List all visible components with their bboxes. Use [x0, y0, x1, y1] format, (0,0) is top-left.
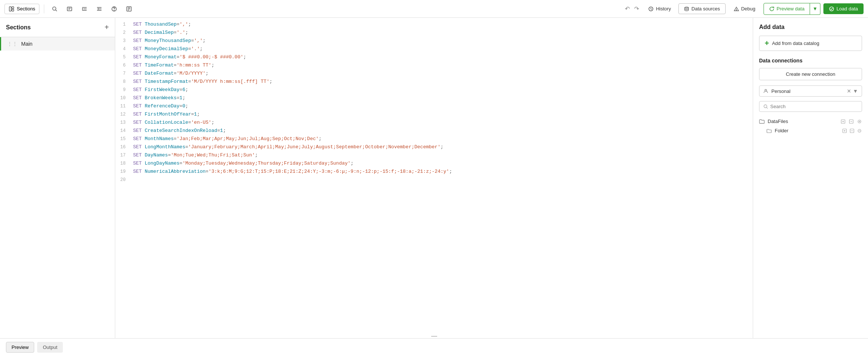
sections-add-button[interactable]: +	[104, 23, 109, 32]
code-line: 1 SET ThousandSep=',';	[115, 21, 753, 29]
svg-point-23	[736, 10, 736, 10]
code-line: 8 SET TimestampFormat='M/D/YYYY h:mm:ss[…	[115, 78, 753, 86]
debug-icon	[734, 6, 739, 12]
preview-data-button[interactable]: Preview data	[764, 3, 810, 15]
code-line: 3 SET MoneyThousandSep=',';	[115, 37, 753, 45]
code-line: 9 SET FirstWeekDay=6;	[115, 86, 753, 94]
add-from-catalog-button[interactable]: + Add from data catalog	[759, 36, 862, 51]
comment-icon	[67, 6, 72, 12]
right-panel-content: Add data + Add from data catalog Data co…	[753, 18, 868, 338]
code-line: 11 SET ReferenceDay=0;	[115, 103, 753, 111]
help-button[interactable]	[108, 3, 120, 15]
snippet-icon	[126, 6, 132, 12]
datafiles-folder: DataFiles	[759, 116, 862, 126]
data-sources-icon	[684, 6, 689, 12]
snippet-button[interactable]	[123, 3, 135, 15]
subfolder-label: Folder	[775, 128, 788, 133]
connection-close-button[interactable]: ✕	[847, 88, 851, 94]
data-sources-button[interactable]: Data sources	[678, 3, 726, 14]
load-data-button[interactable]: Load data	[823, 3, 864, 14]
history-label: History	[656, 6, 671, 12]
search-box	[759, 101, 862, 112]
add-catalog-label: Add from data catalog	[772, 41, 819, 46]
sub-action-2-icon[interactable]	[849, 128, 855, 133]
drag-handle-icon: ⋮⋮	[7, 41, 17, 47]
code-line: 13 SET CollationLocale='en-US';	[115, 119, 753, 127]
outdent-icon	[96, 6, 102, 12]
folder-action-2-icon[interactable]	[849, 119, 854, 124]
redo-button[interactable]: ↷	[633, 4, 640, 14]
code-line: 7 SET DateFormat='M/D/YYYY';	[115, 70, 753, 78]
connection-expand-button[interactable]: ▼	[853, 88, 858, 94]
add-data-title: Add data	[759, 24, 862, 30]
outdent-button[interactable]	[93, 3, 105, 15]
create-new-connection-button[interactable]: Create new connection	[759, 68, 862, 80]
refresh-icon	[769, 6, 774, 12]
preview-data-group: Preview data ▼	[764, 3, 820, 15]
svg-point-15	[114, 10, 114, 10]
history-icon	[648, 6, 654, 12]
connection-name: Personal	[771, 88, 844, 94]
code-line: 20	[115, 176, 753, 184]
svg-line-4	[55, 10, 57, 11]
code-line: 5 SET MoneyFormat='$ ###0.00;-$ ###0.00'…	[115, 54, 753, 62]
check-circle-icon	[829, 6, 834, 12]
folder-action-3-icon[interactable]	[857, 119, 862, 124]
connection-controls: ✕ ▼	[847, 88, 858, 94]
editor-resize-handle[interactable]	[115, 334, 753, 338]
sections-panel: Sections + ⋮⋮ Main	[0, 18, 115, 338]
debug-button[interactable]: Debug	[729, 4, 761, 14]
sections-panel-title: Sections	[6, 24, 31, 31]
code-line: 2 SET DecimalSep='.';	[115, 29, 753, 37]
sections-toggle-button[interactable]: Sections	[4, 4, 39, 14]
svg-rect-1	[12, 7, 14, 9]
svg-rect-0	[9, 7, 11, 11]
svg-rect-2	[12, 9, 14, 11]
plus-icon: +	[765, 39, 769, 48]
layout-icon	[9, 6, 14, 12]
history-button[interactable]: History	[643, 4, 675, 14]
debug-label: Debug	[741, 6, 755, 12]
svg-rect-5	[67, 7, 72, 11]
sub-action-1-icon[interactable]	[842, 128, 847, 133]
undo-button[interactable]: ↶	[623, 4, 631, 14]
indent-button[interactable]	[78, 3, 90, 15]
code-editor[interactable]: 1 SET ThousandSep=','; 2 SET DecimalSep=…	[115, 18, 753, 334]
bottom-bar: Preview Output	[0, 338, 868, 356]
format-button[interactable]	[64, 3, 75, 15]
indent-icon	[81, 6, 87, 12]
sections-header: Sections +	[0, 18, 115, 37]
editor-area: 1 SET ThousandSep=','; 2 SET DecimalSep=…	[115, 18, 753, 338]
search-input[interactable]	[770, 104, 858, 109]
code-line: 15 SET MonthNames='Jan;Feb;Mar;Apr;May;J…	[115, 135, 753, 143]
code-line: 12 SET FirstMonthOfYear=1;	[115, 111, 753, 119]
code-line: 17 SET DayNames='Mon;Tue;Wed;Thu;Fri;Sat…	[115, 152, 753, 160]
subfolder-icon	[767, 128, 772, 133]
datafiles-label: DataFiles	[768, 119, 788, 124]
toolbar: Sections	[0, 0, 868, 18]
svg-point-3	[52, 7, 56, 10]
search-button[interactable]	[49, 3, 61, 15]
code-line: 14 SET CreateSearchIndexOnReload=1;	[115, 127, 753, 135]
data-sources-label: Data sources	[691, 6, 720, 12]
sub-action-3-icon[interactable]	[857, 128, 862, 133]
undo-redo-group: ↶ ↷	[623, 4, 640, 14]
data-connections-title: Data connections	[759, 58, 862, 64]
search-icon	[763, 104, 768, 109]
subfolder-section: Folder	[759, 126, 862, 133]
svg-line-28	[767, 107, 768, 109]
preview-data-label: Preview data	[777, 6, 804, 12]
divider	[44, 4, 44, 13]
code-line: 4 SET MoneyDecimalSep='.';	[115, 45, 753, 54]
right-panel: Add data + Add from data catalog Data co…	[753, 18, 868, 338]
section-item-main[interactable]: ⋮⋮ Main	[0, 37, 115, 51]
folder-action-1-icon[interactable]	[840, 119, 846, 124]
code-line: 16 SET LongMonthNames='January;February;…	[115, 143, 753, 152]
toolbar-right: ↶ ↷ History Data sources Debu	[623, 3, 864, 15]
preview-data-dropdown-button[interactable]: ▼	[810, 3, 820, 15]
connection-selector: Personal ✕ ▼	[759, 85, 862, 97]
svg-point-27	[764, 105, 767, 108]
code-line: 19 SET NumericalAbbreviation='3:k;6:M;9:…	[115, 168, 753, 176]
preview-tab[interactable]: Preview	[6, 342, 34, 353]
output-tab[interactable]: Output	[37, 342, 63, 353]
